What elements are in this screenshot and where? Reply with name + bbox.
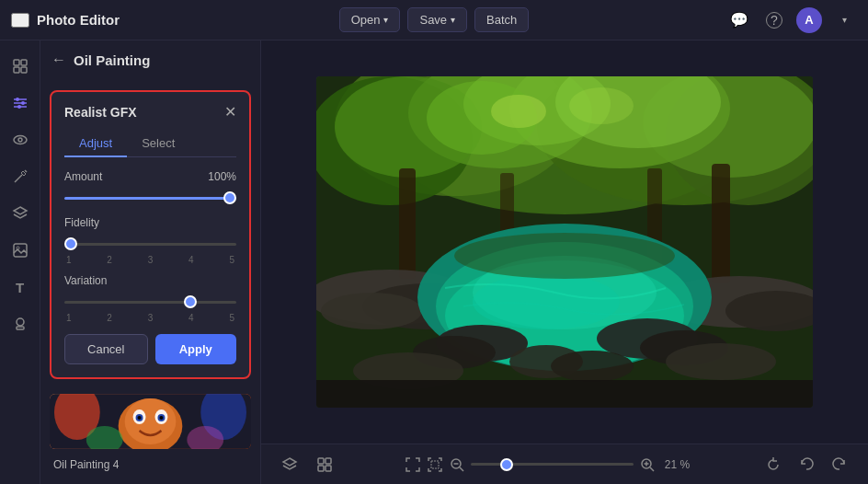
zoom-value: 21 % (661, 458, 694, 471)
bottom-preset-painting-svg (50, 394, 251, 449)
save-button[interactable]: Save ▾ (407, 7, 467, 32)
fidelity-slider[interactable] (64, 243, 236, 246)
svg-line-101 (650, 467, 654, 471)
panel: ← Oil Painting (40, 40, 261, 484)
nav-eye-button[interactable] (6, 125, 35, 155)
bottom-preset-card[interactable]: Oil Painting 4 (50, 394, 251, 473)
bottom-right-tools (760, 451, 853, 478)
svg-rect-94 (431, 461, 439, 468)
variation-label: Variation (64, 274, 107, 287)
menu-button[interactable] (11, 13, 29, 28)
svg-rect-3 (21, 67, 27, 73)
variation-slider[interactable] (64, 301, 236, 304)
tab-adjust[interactable]: Adjust (64, 131, 127, 157)
layers-icon (12, 205, 29, 222)
realist-gfx-popup: Realist GFX ✕ Adjust Select Amount 100% (50, 90, 251, 379)
amount-slider-wrapper (64, 189, 236, 207)
help-icon: ? (766, 12, 782, 29)
popup-close-button[interactable]: ✕ (224, 105, 236, 120)
undo-icon (798, 456, 815, 473)
apply-button[interactable]: Apply (155, 334, 237, 364)
fit-button[interactable] (405, 451, 421, 478)
panel-title: Oil Painting (74, 52, 150, 68)
cancel-button[interactable]: Cancel (64, 334, 148, 364)
svg-line-12 (15, 175, 22, 182)
zoom-slider[interactable] (471, 463, 634, 466)
svg-point-84 (666, 343, 776, 380)
svg-point-10 (14, 136, 27, 144)
action-row: Cancel Apply (64, 334, 236, 364)
save-chevron-icon: ▾ (451, 15, 455, 25)
grid-bottom-icon (316, 456, 333, 473)
svg-point-82 (551, 351, 634, 382)
nav-gallery-button[interactable] (6, 236, 35, 265)
grid-tool-button[interactable] (311, 451, 338, 478)
batch-button[interactable]: Batch (474, 7, 529, 32)
comment-button[interactable]: 💬 (726, 7, 752, 33)
text-icon: T (16, 280, 24, 295)
rotate-button[interactable] (760, 451, 787, 478)
bottom-center-tools: 21 % (405, 451, 694, 478)
nav-layers-button[interactable] (6, 199, 35, 228)
crop-button[interactable] (427, 451, 443, 478)
bottom-preset-image (50, 394, 251, 449)
bottom-bar: 21 % (261, 444, 868, 484)
popup-title: Realist GFX (64, 105, 137, 120)
topbar-left: Photo Editor (11, 12, 332, 28)
svg-rect-92 (318, 466, 324, 471)
undo-button[interactable] (793, 451, 820, 478)
svg-point-44 (138, 416, 142, 420)
topbar-center: Open ▾ Save ▾ Batch (339, 7, 530, 32)
svg-line-97 (460, 467, 463, 471)
svg-rect-63 (399, 168, 416, 279)
redo-icon (831, 456, 848, 473)
user-avatar-button[interactable]: A (796, 7, 822, 33)
fidelity-slider-wrapper (64, 235, 236, 253)
popup-tabs: Adjust Select (64, 131, 236, 157)
variation-slider-section: Variation 1 2 3 4 5 (64, 274, 236, 323)
svg-point-5 (16, 98, 19, 101)
nav-stamp-button[interactable] (6, 309, 35, 339)
main-canvas-image[interactable] (316, 76, 813, 408)
tab-select[interactable]: Select (127, 131, 189, 157)
nav-sliders-button[interactable] (6, 88, 35, 118)
svg-point-39 (125, 398, 177, 444)
svg-rect-0 (14, 60, 19, 65)
var-tick-3: 3 (148, 313, 154, 323)
main-layout: T ← Oil Painting (0, 40, 868, 484)
nav-text-button[interactable]: T (6, 272, 35, 302)
svg-rect-19 (17, 327, 24, 329)
amount-value: 100% (208, 170, 236, 183)
bottom-preset-label-row: Oil Painting 4 (50, 449, 251, 473)
bottom-left-tools (276, 451, 338, 478)
back-button[interactable]: ← (51, 52, 66, 68)
account-chevron-button[interactable]: ▾ (831, 7, 857, 33)
account-chevron-icon: ▾ (842, 15, 847, 25)
svg-point-11 (18, 138, 22, 142)
amount-slider-section: Amount 100% (64, 170, 236, 207)
nav-grid-button[interactable] (6, 52, 35, 81)
zoom-in-button[interactable] (639, 451, 656, 478)
svg-rect-2 (14, 67, 19, 73)
svg-rect-85 (316, 380, 813, 408)
help-button[interactable]: ? (761, 7, 787, 33)
tick-4: 4 (188, 255, 194, 265)
svg-point-9 (17, 105, 21, 109)
svg-point-69 (321, 293, 422, 329)
wand-icon (12, 168, 29, 185)
zoom-out-button[interactable] (449, 451, 465, 478)
svg-rect-91 (326, 458, 331, 464)
amount-slider[interactable] (64, 197, 236, 200)
close-icon: ✕ (224, 104, 236, 120)
open-chevron-icon: ▾ (383, 15, 388, 25)
redo-button[interactable] (826, 451, 853, 478)
layers-tool-button[interactable] (276, 451, 303, 478)
crop-icon (427, 456, 443, 473)
canvas-area: 21 % (261, 40, 868, 484)
amount-label: Amount (64, 170, 102, 183)
canvas-content (261, 40, 868, 444)
svg-rect-64 (712, 164, 730, 283)
nav-wand-button[interactable] (6, 162, 35, 191)
var-tick-4: 4 (188, 313, 194, 323)
open-button[interactable]: Open ▾ (339, 7, 401, 32)
